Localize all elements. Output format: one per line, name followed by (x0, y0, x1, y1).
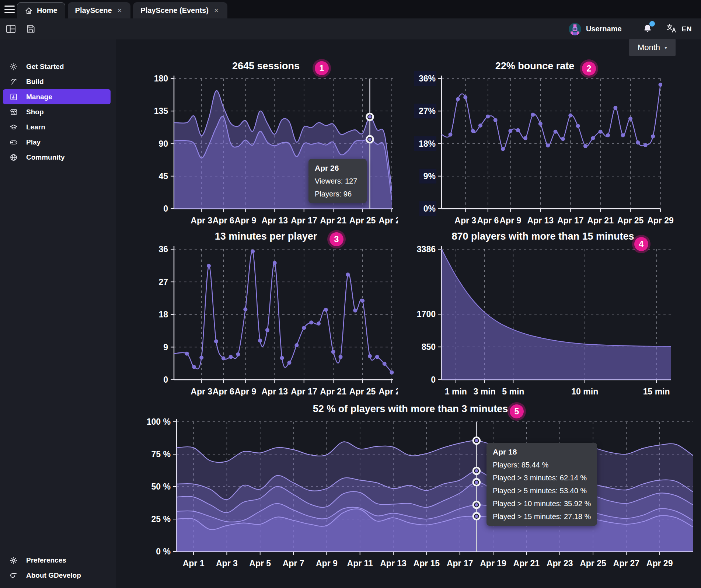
svg-text:Apr 13: Apr 13 (380, 559, 407, 568)
close-icon[interactable]: × (213, 6, 220, 15)
period-label: Month (638, 43, 660, 52)
sidebar-item-label: Shop (26, 108, 44, 116)
tab-playscene-events[interactable]: PlayScene (Events) × (133, 2, 227, 18)
svg-text:9%: 9% (423, 171, 436, 181)
svg-text:Apr 29: Apr 29 (647, 216, 674, 225)
graduation-cap-icon (9, 123, 18, 131)
svg-text:Apr 25: Apr 25 (617, 216, 644, 225)
gdevelop-logo-icon (9, 571, 18, 580)
svg-text:Apr 21: Apr 21 (320, 216, 346, 225)
svg-text:0: 0 (431, 375, 436, 385)
avatar[interactable] (569, 23, 581, 35)
sidebar-item-preferences[interactable]: Preferences (0, 553, 116, 568)
svg-text:50 %: 50 % (151, 482, 171, 491)
step-badge: 2 (582, 62, 596, 76)
chart-plot-area: 0 %25 %50 %75 %100 %Apr 1Apr 3Apr 5Apr 7… (136, 398, 701, 575)
sidebar-item-label: Manage (26, 93, 52, 101)
tooltip-line: Viewers: 127 (315, 177, 360, 185)
svg-text:Apr 13: Apr 13 (261, 216, 288, 225)
sidebar-item-label: About GDevelop (26, 571, 81, 580)
sun-icon (9, 63, 18, 71)
translate-icon[interactable] (666, 23, 677, 35)
gamepad-icon (9, 138, 18, 146)
username-label[interactable]: Username (586, 25, 622, 33)
menu-icon[interactable] (4, 5, 15, 14)
sidebar-item-build[interactable]: Build (0, 74, 116, 89)
sidebar-footer: Preferences About GDevelop (0, 553, 116, 583)
storefront-icon (9, 108, 18, 116)
sidebar-item-label: Get Started (26, 63, 64, 71)
step-badge: 4 (634, 237, 648, 251)
chart-canvas[interactable]: 09182736Apr 3Apr 6Apr 9Apr 13Apr 17Apr 2… (136, 226, 398, 402)
chart-canvas[interactable]: 0 %25 %50 %75 %100 %Apr 1Apr 3Apr 5Apr 7… (136, 398, 701, 575)
tooltip-line: Played > 3 minutes: 62.14 % (493, 474, 591, 482)
sidebar-item-manage[interactable]: Manage (3, 89, 111, 104)
chart-plot-area: 09182736Apr 3Apr 6Apr 9Apr 13Apr 17Apr 2… (136, 226, 398, 402)
svg-text:5 min: 5 min (502, 387, 524, 396)
sidebar-item-community[interactable]: Community (0, 150, 116, 165)
chart-canvas[interactable]: 0%9%18%27%36%Apr 3Apr 6Apr 9Apr 13Apr 17… (405, 55, 680, 229)
svg-text:15 min: 15 min (643, 387, 670, 396)
svg-text:Apr 13: Apr 13 (527, 216, 554, 225)
sidebar-item-shop[interactable]: Shop (0, 104, 116, 119)
tab-bar: Home PlayScene × PlayScene (Events) × (0, 0, 701, 18)
svg-text:27%: 27% (419, 106, 436, 116)
svg-text:36%: 36% (419, 74, 436, 83)
svg-text:Apr 6: Apr 6 (477, 216, 499, 225)
tab-home[interactable]: Home (17, 2, 65, 18)
panels-layout-icon[interactable] (4, 23, 17, 35)
svg-text:Apr 13: Apr 13 (261, 387, 288, 396)
svg-text:18%: 18% (419, 139, 436, 149)
chart-canvas[interactable]: 0850170033861 min3 min5 min10 min15 min (405, 226, 687, 402)
analytics-icon (9, 93, 18, 101)
language-label[interactable]: EN (682, 25, 692, 33)
tab-playscene[interactable]: PlayScene × (68, 2, 131, 18)
svg-text:3386: 3386 (417, 244, 436, 254)
svg-text:Apr 3: Apr 3 (191, 387, 212, 396)
svg-text:Apr 17: Apr 17 (557, 216, 584, 225)
sidebar-item-play[interactable]: Play (0, 135, 116, 150)
svg-text:135: 135 (154, 106, 168, 116)
tab-label: PlayScene (75, 6, 112, 15)
svg-text:90: 90 (158, 139, 168, 149)
close-icon[interactable]: × (116, 6, 123, 15)
chart-minutes-per-player[interactable]: 13 minutes per player 3 09182736Apr 3Apr… (136, 226, 398, 402)
svg-text:Apr 17: Apr 17 (447, 559, 473, 568)
svg-text:Apr 6: Apr 6 (213, 387, 234, 396)
tab-label: PlayScene (Events) (140, 6, 209, 15)
svg-text:Apr 21: Apr 21 (513, 559, 540, 568)
svg-text:Apr 29: Apr 29 (379, 387, 398, 396)
notifications-bell-icon[interactable] (642, 23, 653, 35)
globe-icon (9, 153, 18, 161)
svg-text:9: 9 (163, 342, 168, 352)
chevron-down-icon: ▾ (665, 45, 667, 51)
svg-text:Apr 15: Apr 15 (414, 559, 440, 568)
svg-text:Apr 17: Apr 17 (291, 387, 317, 396)
sidebar-item-learn[interactable]: Learn (0, 119, 116, 135)
svg-text:Apr 9: Apr 9 (499, 216, 521, 225)
sidebar-item-get-started[interactable]: Get Started (0, 59, 116, 74)
svg-text:Apr 23: Apr 23 (547, 559, 573, 568)
svg-text:Apr 21: Apr 21 (587, 216, 614, 225)
svg-text:850: 850 (422, 342, 436, 352)
period-dropdown[interactable]: Month ▾ (629, 39, 676, 56)
svg-text:Apr 5: Apr 5 (249, 559, 271, 568)
chart-percent-players[interactable]: 52 % of players with more than 3 minutes… (136, 398, 701, 575)
save-icon[interactable] (25, 23, 37, 35)
chart-bounce-rate[interactable]: 22% bounce rate 2 0%9%18%27%36%Apr 3Apr … (405, 55, 680, 229)
step-badge: 1 (315, 61, 329, 75)
sidebar: Get Started Build Manage (0, 39, 116, 588)
chart-retention[interactable]: 870 players with more than 15 minutes 4 … (405, 226, 687, 402)
chart-sessions[interactable]: 2645 sessions 1 04590135180Apr 3Apr 6Apr… (136, 55, 398, 229)
svg-text:Apr 29: Apr 29 (646, 559, 673, 568)
tooltip-line: Players: 96 (315, 190, 360, 198)
svg-text:Apr 11: Apr 11 (347, 559, 373, 568)
pickaxe-icon (9, 78, 18, 86)
svg-text:Apr 21: Apr 21 (320, 387, 346, 396)
svg-text:Apr 7: Apr 7 (283, 559, 304, 568)
step-badge: 3 (329, 232, 343, 246)
tab-label: Home (37, 6, 57, 15)
svg-text:Apr 25: Apr 25 (349, 216, 376, 225)
sidebar-item-about[interactable]: About GDevelop (0, 568, 116, 583)
svg-text:Apr 3: Apr 3 (191, 216, 212, 225)
